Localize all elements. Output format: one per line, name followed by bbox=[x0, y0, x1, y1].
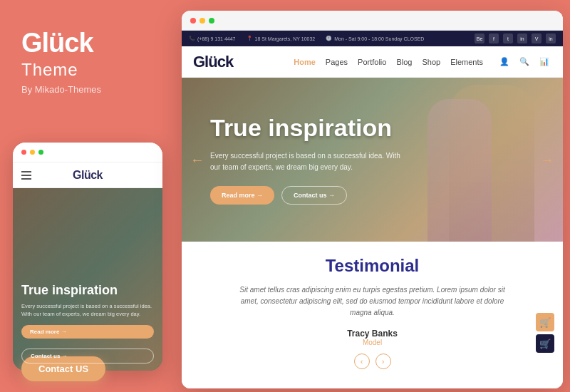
address-text: 18 St Margarets, NY 10032 bbox=[255, 36, 316, 41]
user-icon[interactable]: 👤 bbox=[497, 55, 512, 69]
brand-by: By Mikado-Themes bbox=[21, 84, 101, 95]
testimonial-section: Testimonial Sit amet tellus cras adipisc… bbox=[182, 242, 563, 388]
mobile-brand-logo: Glück bbox=[73, 169, 103, 182]
nav-blog[interactable]: Blog bbox=[396, 58, 412, 66]
hamburger-icon[interactable] bbox=[21, 171, 31, 180]
brand-title: Glück bbox=[21, 29, 101, 58]
mobile-nav-bar: Glück bbox=[13, 163, 162, 188]
twitter-icon[interactable]: t bbox=[503, 33, 513, 43]
left-panel: Glück Theme By Mikado-Themes Glück True … bbox=[0, 0, 175, 392]
behance-icon[interactable]: Be bbox=[475, 33, 484, 43]
nav-portfolio[interactable]: Portfolio bbox=[358, 58, 386, 66]
search-icon[interactable]: 🔍 bbox=[517, 55, 532, 69]
equalizer-icon[interactable]: 📊 bbox=[537, 55, 551, 69]
mobile-dot-yellow bbox=[30, 150, 35, 155]
mobile-readmore-button[interactable]: Read more → bbox=[21, 325, 154, 339]
mobile-top-bar bbox=[13, 143, 162, 163]
testimonial-text: Sit amet tellus cras adipiscing enim eu … bbox=[237, 284, 508, 319]
phone-text: (+88) 9 131 4447 bbox=[197, 36, 236, 41]
testimonial-role: Model bbox=[210, 339, 534, 346]
nav-elements[interactable]: Elements bbox=[450, 58, 483, 66]
mobile-hero-text: Every successful project is based on a s… bbox=[21, 303, 154, 318]
desktop-brand-logo: Glück bbox=[193, 53, 233, 71]
testimonial-title: Testimonial bbox=[210, 256, 534, 276]
location-icon: 📍 bbox=[247, 36, 253, 41]
hero-arrow-right[interactable]: → bbox=[540, 152, 554, 168]
clock-icon: 🕐 bbox=[326, 36, 332, 41]
linkedin-icon[interactable]: in bbox=[546, 33, 556, 43]
vimeo-icon[interactable]: V bbox=[532, 33, 542, 43]
testimonial-author: Tracy Banks bbox=[210, 329, 534, 339]
nav-links: Home Pages Portfolio Blog Shop Elements bbox=[294, 58, 483, 66]
hero-contact-button[interactable]: Contact us → bbox=[281, 186, 347, 205]
floating-buttons: 🛒 🛒 bbox=[536, 313, 554, 353]
hero-title: True inspiration bbox=[210, 115, 410, 141]
float-button-orange[interactable]: 🛒 bbox=[536, 313, 554, 331]
brand-subtitle: Theme bbox=[21, 60, 101, 80]
phone-icon: 📞 bbox=[189, 36, 195, 41]
mobile-mockup: Glück True inspiration Every successful … bbox=[13, 143, 162, 371]
desktop-hero: ← True inspiration Every successful proj… bbox=[182, 78, 563, 242]
testimonial-next-button[interactable]: › bbox=[375, 354, 391, 369]
mobile-contact-button[interactable]: Contact us → bbox=[21, 349, 154, 363]
nav-pages[interactable]: Pages bbox=[326, 58, 348, 66]
browser-dot-yellow bbox=[200, 18, 205, 24]
browser-top-bar bbox=[182, 11, 563, 31]
brand-logo: Glück Theme By Mikado-Themes bbox=[21, 29, 101, 95]
hero-text: Every successful project is based on a s… bbox=[210, 150, 410, 173]
mobile-dot-red bbox=[21, 150, 26, 155]
nav-shop[interactable]: Shop bbox=[422, 58, 440, 66]
address-info: 📍 18 St Margarets, NY 10032 bbox=[247, 36, 316, 41]
browser-dot-green bbox=[209, 18, 214, 24]
hero-content: True inspiration Every successful projec… bbox=[210, 115, 410, 204]
nav-icons: 👤 🔍 📊 bbox=[497, 55, 551, 69]
mobile-dot-green bbox=[38, 150, 43, 155]
hours-text: Mon - Sat 9:00 - 18:00 Sunday CLOSED bbox=[334, 36, 424, 41]
social-icons: Be f t in V in bbox=[475, 33, 556, 43]
readmore-button[interactable]: Read more → bbox=[210, 186, 274, 205]
phone-info: 📞 (+88) 9 131 4447 bbox=[189, 36, 236, 41]
hours-info: 🕐 Mon - Sat 9:00 - 18:00 Sunday CLOSED bbox=[326, 36, 424, 41]
testimonial-prev-button[interactable]: ‹ bbox=[354, 354, 370, 369]
desktop-nav: Glück Home Pages Portfolio Blog Shop Ele… bbox=[182, 46, 563, 78]
browser-dot-red bbox=[190, 18, 196, 24]
nav-home[interactable]: Home bbox=[294, 58, 316, 66]
testimonial-navigation: ‹ › bbox=[210, 354, 534, 369]
facebook-icon[interactable]: f bbox=[489, 33, 499, 43]
mobile-buttons-row: Read more → Contact us → bbox=[21, 325, 154, 363]
desktop-info-bar: 📞 (+88) 9 131 4447 📍 18 St Margarets, NY… bbox=[182, 31, 563, 46]
person-silhouette-2 bbox=[428, 99, 492, 242]
instagram-icon[interactable]: in bbox=[517, 33, 527, 43]
desktop-browser-mockup: 📞 (+88) 9 131 4447 📍 18 St Margarets, NY… bbox=[182, 11, 563, 388]
float-button-dark[interactable]: 🛒 bbox=[536, 334, 554, 353]
hero-arrow-left[interactable]: ← bbox=[190, 152, 204, 168]
mobile-hero-title: True inspiration bbox=[21, 283, 154, 299]
hero-buttons: Read more → Contact us → bbox=[210, 186, 410, 205]
mobile-hero-content: True inspiration Every successful projec… bbox=[21, 283, 154, 363]
mobile-hero-section: True inspiration Every successful projec… bbox=[13, 188, 162, 371]
